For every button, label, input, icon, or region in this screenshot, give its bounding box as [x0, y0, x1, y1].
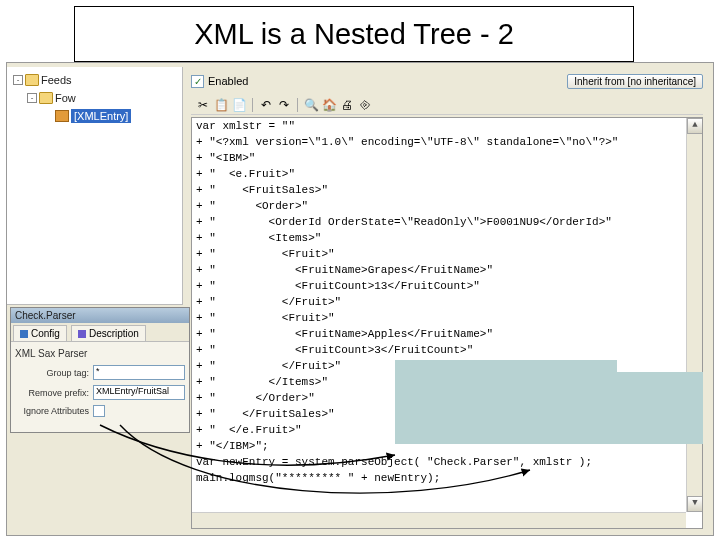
code-line: + " <FruitName>Apples</FruitName>"	[192, 326, 702, 342]
prop-label: Remove prefix:	[15, 388, 89, 398]
scroll-down-icon[interactable]: ▼	[687, 496, 703, 512]
prop-label: Ignore Attributes	[15, 406, 89, 416]
ignore-attributes-checkbox[interactable]	[93, 405, 105, 417]
tab-label: Description	[89, 328, 139, 339]
vertical-scrollbar[interactable]: ▲ ▼	[686, 118, 702, 512]
tree-label: Fow	[55, 92, 76, 104]
code-line: + " <OrderId OrderState=\"ReadOnly\">F00…	[192, 214, 702, 230]
code-editor[interactable]: var xmlstr = "" + "<?xml version=\"1.0\"…	[191, 117, 703, 529]
tab-description[interactable]: Description	[71, 325, 146, 341]
prop-row-group: Group tag: *	[15, 365, 185, 380]
code-line: + " <Fruit>"	[192, 246, 702, 262]
xml-icon	[55, 110, 69, 122]
home-icon[interactable]: 🏠	[321, 97, 337, 113]
tree-label: Feeds	[41, 74, 72, 86]
tab-config[interactable]: Config	[13, 325, 67, 341]
print-icon[interactable]: 🖨	[339, 97, 355, 113]
slide-title-container: XML is a Nested Tree - 2	[74, 6, 634, 62]
app-window: - Feeds - Fow [XMLEntry] ✓ Enabled Inher…	[6, 62, 714, 536]
editor-toolbar: ✂ 📋 📄 ↶ ↷ 🔍 🏠 🖨 🞜	[191, 95, 703, 115]
code-line: + "<?xml version=\"1.0\" encoding=\"UTF-…	[192, 134, 702, 150]
slide-title: XML is a Nested Tree - 2	[194, 18, 514, 51]
parser-properties-dialog: Check.Parser Config Description XML Sax …	[10, 307, 190, 433]
dialog-tabs: Config Description	[11, 323, 189, 342]
scroll-up-icon[interactable]: ▲	[687, 118, 703, 134]
inherit-dropdown[interactable]: Inherit from [no inheritance]	[567, 74, 703, 89]
code-line: + " <FruitName>Grapes</FruitName>"	[192, 262, 702, 278]
enabled-checkbox[interactable]: ✓ Enabled	[191, 75, 248, 88]
separator	[297, 98, 298, 112]
code-line: + " <Order>"	[192, 198, 702, 214]
folder-icon	[39, 92, 53, 104]
expander-icon[interactable]: -	[27, 93, 37, 103]
redo-icon[interactable]: ↷	[276, 97, 292, 113]
overlay-box	[395, 360, 617, 444]
code-line: + " <FruitCount>3</FruitCount>"	[192, 342, 702, 358]
code-line: + " <FruitSales>"	[192, 182, 702, 198]
code-line: + " <Items>"	[192, 230, 702, 246]
header-row: ✓ Enabled Inherit from [no inheritance]	[191, 71, 703, 91]
expander-icon[interactable]: -	[13, 75, 23, 85]
code-line: main.logmsg("********* " + newEntry);	[192, 470, 702, 486]
tab-label: Config	[31, 328, 60, 339]
prop-row-remove: Remove prefix: XMLEntry/FruitSal	[15, 385, 185, 400]
separator	[252, 98, 253, 112]
paste-icon[interactable]: 📄	[231, 97, 247, 113]
remove-prefix-input[interactable]: XMLEntry/FruitSal	[93, 385, 185, 400]
cut-icon[interactable]: ✂	[195, 97, 211, 113]
code-line: var newEntry = system.parseObject( "Chec…	[192, 454, 702, 470]
checkmark-icon: ✓	[191, 75, 204, 88]
overlay-box	[617, 372, 703, 444]
code-line: + "<IBM>"	[192, 150, 702, 166]
code-line: var xmlstr = ""	[192, 118, 702, 134]
tool-icon[interactable]: 🞜	[357, 97, 373, 113]
config-icon	[20, 330, 28, 338]
prop-row-ignore: Ignore Attributes	[15, 405, 185, 417]
code-line: + " </Fruit>"	[192, 294, 702, 310]
enabled-label: Enabled	[208, 75, 248, 87]
dialog-title: Check.Parser	[11, 308, 189, 323]
folder-icon	[25, 74, 39, 86]
code-line: + " <FruitCount>13</FruitCount>"	[192, 278, 702, 294]
tree-label: [XMLEntry]	[71, 109, 131, 123]
copy-icon[interactable]: 📋	[213, 97, 229, 113]
tree-panel: - Feeds - Fow [XMLEntry]	[7, 67, 183, 305]
section-title: XML Sax Parser	[15, 348, 185, 359]
undo-icon[interactable]: ↶	[258, 97, 274, 113]
horizontal-scrollbar[interactable]	[192, 512, 686, 528]
dialog-body: XML Sax Parser Group tag: * Remove prefi…	[11, 342, 189, 432]
code-line: + " <Fruit>"	[192, 310, 702, 326]
desc-icon	[78, 330, 86, 338]
find-icon[interactable]: 🔍	[303, 97, 319, 113]
tree-item-xmlentry[interactable]: [XMLEntry]	[9, 107, 180, 125]
tree-item-fow[interactable]: - Fow	[9, 89, 180, 107]
prop-label: Group tag:	[15, 368, 89, 378]
group-tag-input[interactable]: *	[93, 365, 185, 380]
code-line: + " <e.Fruit>"	[192, 166, 702, 182]
tree-item-feeds[interactable]: - Feeds	[9, 71, 180, 89]
